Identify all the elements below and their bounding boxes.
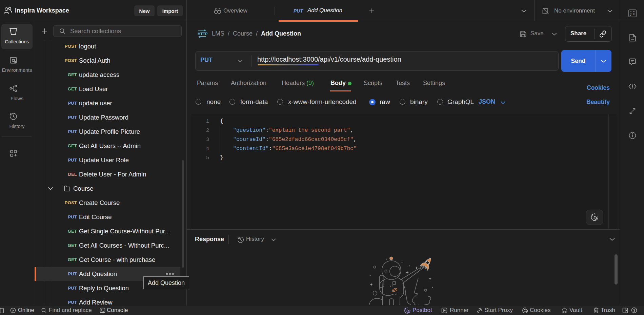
svg-text:HTTP: HTTP [198,32,207,36]
svg-text:x: x [630,13,632,17]
